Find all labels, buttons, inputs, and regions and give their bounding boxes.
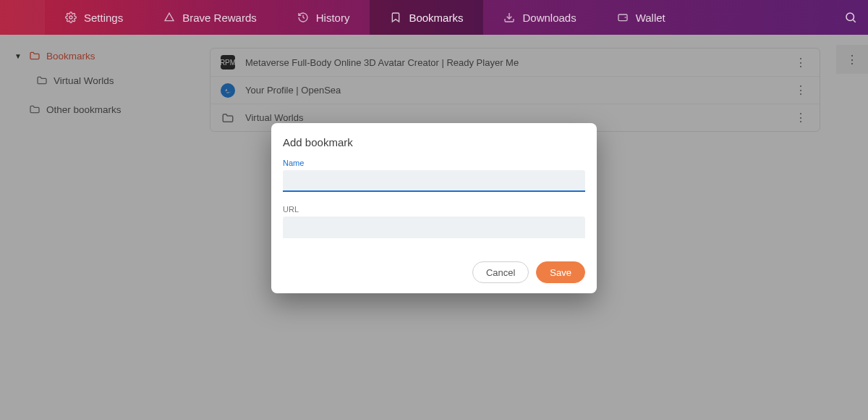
- tab-history[interactable]: History: [277, 0, 370, 35]
- topnav-leading-spacer: [0, 0, 45, 35]
- add-bookmark-dialog: Add bookmark Name URL Cancel Save: [271, 123, 597, 293]
- bookmarks-icon: [390, 12, 401, 23]
- tab-label: Downloads: [522, 12, 576, 24]
- dialog-title: Add bookmark: [283, 136, 585, 148]
- tab-label: History: [316, 12, 350, 24]
- cancel-button[interactable]: Cancel: [472, 261, 529, 283]
- history-icon: [297, 12, 309, 23]
- tab-label: Bookmarks: [409, 12, 463, 24]
- tab-label: Brave Rewards: [182, 12, 257, 24]
- tab-rewards[interactable]: Brave Rewards: [143, 0, 277, 35]
- search-icon: [844, 11, 857, 24]
- svg-point-0: [69, 16, 72, 19]
- page-body: ▼ Bookmarks Virtual Worlds Other bookmar…: [0, 35, 868, 420]
- save-button[interactable]: Save: [536, 261, 585, 283]
- url-input[interactable]: [283, 217, 585, 238]
- tab-settings[interactable]: Settings: [45, 0, 143, 35]
- modal-scrim[interactable]: Add bookmark Name URL Cancel Save: [0, 35, 868, 420]
- search-button[interactable]: [833, 0, 868, 35]
- name-input[interactable]: [283, 170, 585, 192]
- tab-downloads[interactable]: Downloads: [483, 0, 596, 35]
- tab-bookmarks[interactable]: Bookmarks: [370, 0, 483, 35]
- tab-label: Wallet: [636, 12, 665, 24]
- rewards-icon: [163, 12, 175, 23]
- wallet-icon: [617, 12, 629, 23]
- gear-icon: [65, 12, 77, 23]
- svg-point-3: [846, 13, 854, 21]
- download-icon: [503, 12, 515, 23]
- tab-label: Settings: [84, 12, 123, 24]
- url-field-label: URL: [283, 205, 585, 214]
- top-nav: Settings Brave Rewards History Bookmarks…: [0, 0, 868, 35]
- tab-wallet[interactable]: Wallet: [597, 0, 686, 35]
- dialog-actions: Cancel Save: [283, 261, 585, 283]
- name-field-label: Name: [283, 159, 585, 167]
- svg-line-4: [853, 20, 855, 22]
